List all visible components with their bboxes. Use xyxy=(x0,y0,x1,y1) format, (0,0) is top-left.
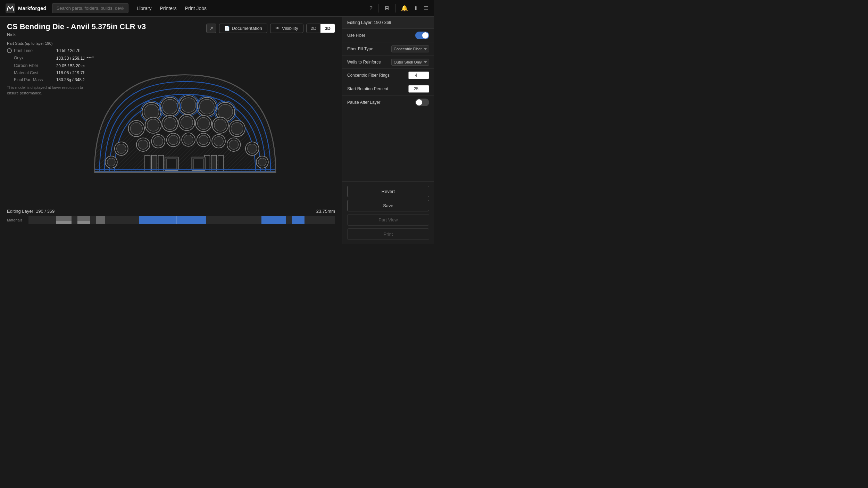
svg-point-19 xyxy=(130,122,142,134)
doc-icon: 📄 xyxy=(224,26,230,31)
documentation-button[interactable]: 📄 Documentation xyxy=(219,24,267,33)
view-toggle: 2D 3D xyxy=(306,24,335,33)
start-rotation-input[interactable] xyxy=(408,85,429,93)
concentric-rings-input[interactable] xyxy=(408,71,429,79)
monitor-icon[interactable]: 🖥 xyxy=(384,5,390,11)
logo: Markforged xyxy=(6,3,47,13)
main-layout: CS Bending Die - Anvil 5.375in CLR v3 Ni… xyxy=(0,17,434,244)
view-3d-button[interactable]: 3D xyxy=(320,24,335,33)
walls-to-reinforce-select[interactable]: Outer Shell Only xyxy=(391,59,429,66)
notification-icon[interactable]: 🔔 xyxy=(401,5,408,11)
nav-divider-2 xyxy=(395,4,395,12)
svg-point-23 xyxy=(164,117,176,129)
left-panel: CS Bending Die - Anvil 5.375in CLR v3 Ni… xyxy=(0,17,342,244)
svg-point-39 xyxy=(184,135,193,144)
concentric-rings-row: Concentric Fiber Rings xyxy=(342,69,434,82)
help-icon[interactable]: ? xyxy=(369,5,373,11)
svg-point-25 xyxy=(181,116,193,128)
svg-point-4 xyxy=(144,104,159,119)
walls-to-reinforce-value: Outer Shell Only xyxy=(391,59,429,66)
svg-point-37 xyxy=(168,135,178,144)
print-button[interactable]: Print xyxy=(347,228,429,240)
walls-to-reinforce-row: Walls to Reinforce Outer Shell Only xyxy=(342,56,434,69)
topnav: Markforged Library Printers Print Jobs ?… xyxy=(0,0,434,17)
markforged-logo-icon xyxy=(6,3,15,13)
settings-panel: Editing Layer: 190 / 369 Use Fiber Fiber… xyxy=(342,17,434,181)
nav-print-jobs[interactable]: Print Jobs xyxy=(185,4,207,12)
search-input[interactable] xyxy=(52,3,128,13)
svg-point-29 xyxy=(214,119,226,131)
fiber-fill-type-row: Fiber Fill Type Concentric Fiber xyxy=(342,42,434,56)
fiber-fill-type-label: Fiber Fill Type xyxy=(347,47,391,51)
svg-point-51 xyxy=(247,144,257,153)
timeline-bar[interactable] xyxy=(28,216,335,224)
clock-icon xyxy=(7,48,12,53)
main-nav: Library Printers Print Jobs xyxy=(137,4,207,12)
header-buttons: ↗ 📄 Documentation 👁 Visibility 2D 3D xyxy=(206,24,335,33)
documentation-label: Documentation xyxy=(232,26,262,31)
viewer-area[interactable] xyxy=(28,41,342,202)
svg-point-21 xyxy=(147,119,159,131)
svg-point-49 xyxy=(107,158,115,166)
part-view-button[interactable]: Part View xyxy=(347,214,429,226)
eye-icon: 👁 xyxy=(275,26,280,31)
pause-after-layer-toggle[interactable] xyxy=(415,99,429,106)
concentric-rings-label: Concentric Fiber Rings xyxy=(347,73,408,78)
svg-point-35 xyxy=(153,136,163,146)
materials-row: Materials xyxy=(7,216,335,224)
part-viewer xyxy=(84,56,286,188)
title-block: CS Bending Die - Anvil 5.375in CLR v3 Ni… xyxy=(7,22,206,37)
svg-point-8 xyxy=(181,98,196,112)
nav-printers[interactable]: Printers xyxy=(160,4,176,12)
use-fiber-row: Use Fiber xyxy=(342,29,434,42)
pause-after-layer-row: Pause After Layer xyxy=(342,96,434,109)
svg-point-41 xyxy=(199,135,208,144)
right-panel: Editing Layer: 190 / 369 Use Fiber Fiber… xyxy=(342,17,434,244)
revert-button[interactable]: Revert xyxy=(347,186,429,197)
visibility-label: Visibility xyxy=(282,26,298,31)
svg-point-53 xyxy=(258,158,266,166)
nav-right: ? 🖥 🔔 ⬆ ☰ xyxy=(369,4,428,12)
layer-mm: 23.75mm xyxy=(316,209,335,214)
timeline-cursor[interactable] xyxy=(176,216,176,224)
editing-layer-label: Editing Layer: 190 / 369 xyxy=(7,209,55,214)
svg-point-31 xyxy=(231,122,243,134)
fiber-fill-type-select[interactable]: Concentric Fiber xyxy=(391,45,429,52)
view-2d-button[interactable]: 2D xyxy=(307,24,321,33)
concentric-rings-value xyxy=(408,71,429,79)
start-rotation-label: Start Rotation Percent xyxy=(347,86,408,91)
pause-after-layer-label: Pause After Layer xyxy=(347,100,415,105)
menu-icon[interactable]: ☰ xyxy=(424,5,428,11)
svg-rect-58 xyxy=(166,159,176,169)
use-fiber-toggle[interactable] xyxy=(415,32,429,39)
bottom-buttons: Revert Save Part View Print xyxy=(342,181,434,244)
use-fiber-label: Use Fiber xyxy=(347,33,415,38)
editing-layer-row: Editing Layer: 190 / 369 23.75mm xyxy=(7,209,335,214)
editing-layer-header: Editing Layer: 190 / 369 xyxy=(342,17,434,29)
svg-point-47 xyxy=(116,144,126,153)
svg-point-43 xyxy=(214,136,223,146)
svg-point-27 xyxy=(197,117,209,129)
svg-point-33 xyxy=(138,140,148,149)
nav-library[interactable]: Library xyxy=(137,4,152,12)
page-title: CS Bending Die - Anvil 5.375in CLR v3 xyxy=(7,22,206,31)
svg-rect-63 xyxy=(193,159,203,169)
visibility-button[interactable]: 👁 Visibility xyxy=(270,24,303,33)
part-visualization xyxy=(84,56,286,188)
walls-to-reinforce-label: Walls to Reinforce xyxy=(347,60,391,65)
nav-divider-1 xyxy=(378,4,378,12)
save-button[interactable]: Save xyxy=(347,200,429,211)
materials-label: Materials xyxy=(7,218,25,222)
svg-point-45 xyxy=(229,140,238,149)
fiber-fill-type-value: Concentric Fiber xyxy=(391,45,429,52)
expand-button[interactable]: ↗ xyxy=(206,24,216,33)
update-icon[interactable]: ⬆ xyxy=(414,5,418,11)
start-rotation-value xyxy=(408,85,429,93)
svg-point-10 xyxy=(199,99,214,114)
brand-name: Markforged xyxy=(18,5,47,11)
start-rotation-row: Start Rotation Percent xyxy=(342,82,434,96)
page-header: CS Bending Die - Anvil 5.375in CLR v3 Ni… xyxy=(7,22,335,37)
bottom-bar: Editing Layer: 190 / 369 23.75mm Materia… xyxy=(0,206,342,244)
page-author: Nick xyxy=(7,32,206,37)
svg-point-6 xyxy=(162,99,177,114)
